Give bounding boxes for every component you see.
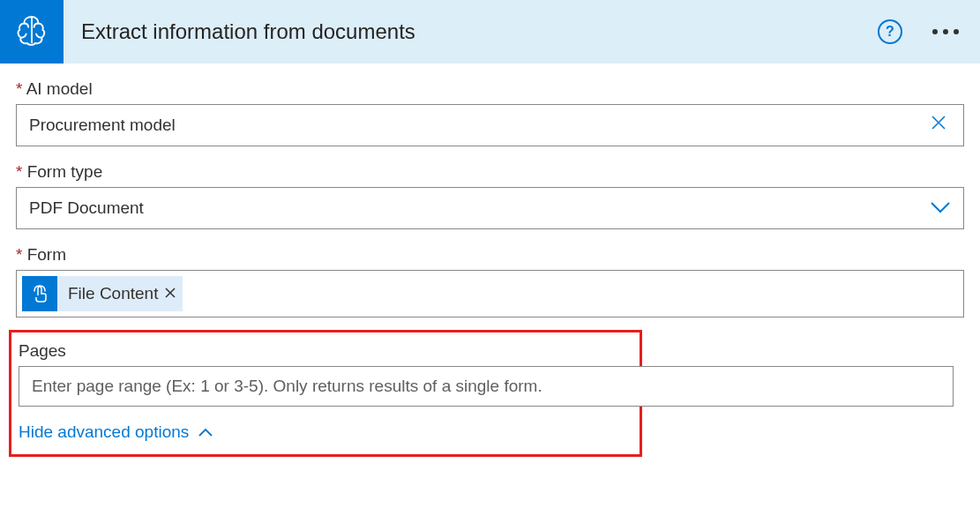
file-content-token[interactable]: File Content [22, 276, 183, 311]
pages-input[interactable] [19, 366, 954, 407]
form-type-label: * Form type [16, 162, 964, 182]
chevron-up-icon [198, 422, 213, 442]
chevron-down-icon[interactable] [930, 198, 951, 218]
form-body: * AI model Procurement model * Form type… [0, 64, 980, 457]
ai-model-field: * AI model Procurement model [16, 79, 964, 146]
ai-model-label: * AI model [16, 79, 964, 99]
action-header: Extract information from documents ? [0, 0, 980, 64]
required-asterisk: * [16, 162, 22, 181]
action-icon-box [0, 0, 64, 64]
form-token-input[interactable]: File Content [16, 270, 964, 318]
pages-label: Pages [19, 341, 629, 361]
form-type-value: PDF Document [29, 198, 930, 218]
help-icon[interactable]: ? [878, 19, 902, 44]
hide-advanced-toggle[interactable]: Hide advanced options [19, 422, 629, 442]
toggle-label: Hide advanced options [19, 422, 189, 442]
form-label: * Form [16, 245, 964, 265]
form-field: * Form File Content [16, 245, 964, 318]
more-menu-icon[interactable] [929, 26, 962, 38]
form-type-select[interactable]: PDF Document [16, 187, 964, 229]
ai-brain-icon [14, 12, 49, 52]
header-actions: ? [878, 19, 962, 44]
action-title[interactable]: Extract information from documents [81, 19, 878, 44]
required-asterisk: * [16, 79, 22, 98]
clear-icon[interactable] [926, 114, 951, 137]
highlight-annotation: Pages Hide advanced options [9, 330, 642, 457]
form-type-field: * Form type PDF Document [16, 162, 964, 229]
ai-model-input[interactable]: Procurement model [16, 104, 964, 146]
ai-model-value: Procurement model [29, 116, 926, 135]
remove-token-icon[interactable] [165, 286, 176, 302]
required-asterisk: * [16, 245, 22, 264]
token-label: File Content [68, 284, 158, 303]
tap-icon [22, 276, 57, 311]
